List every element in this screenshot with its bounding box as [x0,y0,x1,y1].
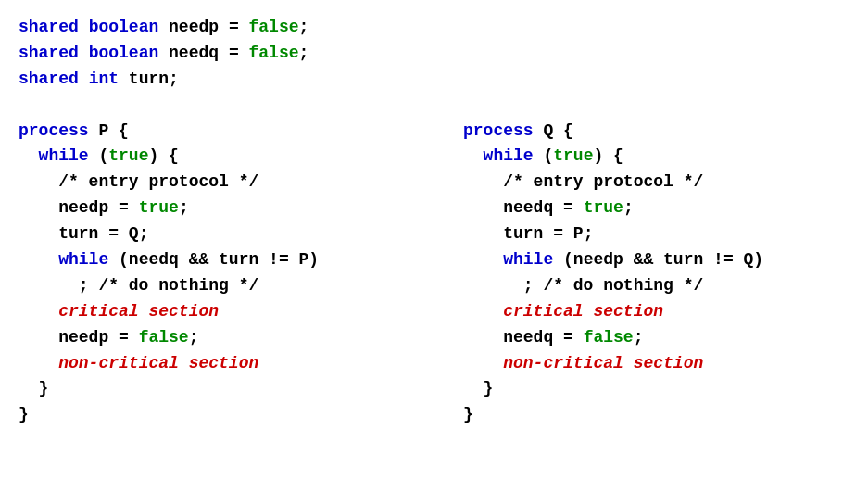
process-q-critical: critical section [463,299,763,325]
process-columns: process P { while (true) { /* entry prot… [19,119,849,429]
process-q-inner-brace: } [463,376,763,402]
process-p-needp-true: needp = true; [19,196,445,221]
process-p-comment: /* entry protocol */ [19,170,445,196]
process-p-critical: critical section [19,299,445,325]
process-p-turn-q: turn = Q; [19,221,445,247]
process-p-inner-brace: } [19,376,445,402]
process-p-noncritical: non-critical section [19,351,445,377]
process-q-while1: while (true) { [463,144,763,170]
process-q-needq-true: needq = true; [463,196,763,221]
process-p: process P { while (true) { /* entry prot… [19,119,445,429]
process-p-while1: while (true) { [19,144,445,170]
process-p-donothing: ; /* do nothing */ [19,273,445,299]
process-q-header: process Q { [463,119,763,145]
decl-line-3: shared int turn; [19,67,849,93]
process-q-needq-false: needq = false; [463,325,763,351]
process-p-while2: while (needq && turn != P) [19,247,445,273]
code-display: shared boolean needp = false; shared boo… [19,15,849,428]
shared-declarations: shared boolean needp = false; shared boo… [19,15,849,93]
process-q-turn-p: turn = P; [463,221,763,247]
process-q-donothing: ; /* do nothing */ [463,273,763,299]
process-q-comment: /* entry protocol */ [463,170,763,196]
process-q-while2: while (needp && turn != Q) [463,247,763,273]
decl-line-2: shared boolean needq = false; [19,41,849,67]
process-q-noncritical: non-critical section [463,351,763,377]
process-q: process Q { while (true) { /* entry prot… [445,119,763,429]
process-q-outer-brace: } [463,402,763,428]
process-p-needp-false: needp = false; [19,325,445,351]
decl-line-1: shared boolean needp = false; [19,15,849,41]
process-p-outer-brace: } [19,402,445,428]
process-p-header: process P { [19,119,445,145]
